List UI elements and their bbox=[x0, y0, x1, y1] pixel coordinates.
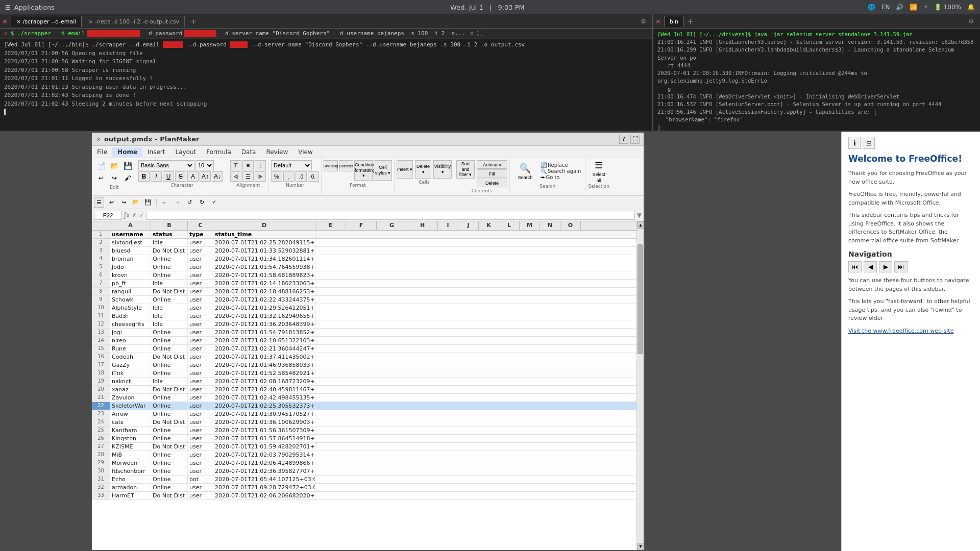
col-M[interactable]: M bbox=[520, 221, 540, 230]
font-name-select[interactable]: Basic Sans bbox=[138, 160, 194, 170]
cmd-maximize-icon[interactable]: ⛶ bbox=[477, 30, 482, 37]
search-again-link[interactable]: Search again bbox=[548, 168, 581, 174]
undo-btn[interactable]: ↩ bbox=[95, 172, 107, 184]
nav-first-btn[interactable]: ⏮ bbox=[848, 261, 862, 272]
new-tab2-btn[interactable]: + bbox=[684, 16, 697, 26]
table-row[interactable]: 24catsDo Not Distuser2020-07-01T21:01:36… bbox=[92, 418, 636, 427]
table-row[interactable]: 14nireoOnlineuser2020-07-01T21:02:10.651… bbox=[92, 337, 636, 345]
col-G[interactable]: G bbox=[377, 221, 407, 230]
table-row[interactable]: 32armadonOnlineuser2020-07-01T21:09:28.7… bbox=[92, 484, 636, 492]
table-row[interactable]: 29MorwoenOnlineuser2020-07-01T21:02:06.4… bbox=[92, 459, 636, 467]
replace-link[interactable]: Replace bbox=[548, 162, 568, 168]
toolbar2-undo2-btn[interactable]: ↩ bbox=[106, 197, 116, 208]
col-C[interactable]: C bbox=[188, 221, 213, 230]
table-row[interactable]: 27KZISMEDo Not Distuser2020-07-01T21:01:… bbox=[92, 443, 636, 451]
terminal-tab-active[interactable]: × /scrapper --d-email bbox=[11, 16, 82, 27]
font-color-btn[interactable]: A bbox=[187, 171, 199, 182]
italic-btn[interactable]: I bbox=[151, 171, 162, 182]
toolbar2-fwd-btn[interactable]: → bbox=[172, 197, 182, 208]
bold-btn[interactable]: B bbox=[138, 171, 150, 182]
scroll-down-btn[interactable]: ▼ bbox=[637, 543, 644, 550]
menu-data[interactable]: Data bbox=[236, 147, 261, 157]
table-row[interactable]: 23ArrowOnlineuser2020-07-01T21:01:30.945… bbox=[92, 410, 636, 418]
formula-cancel[interactable]: ✗ bbox=[132, 212, 137, 219]
table-row[interactable]: 15RuneOnlineuser2020-07-01T21:02:21.3604… bbox=[92, 345, 636, 353]
table-row[interactable]: 26KingstonOnlineuser2020-07-01T21:01:57.… bbox=[92, 435, 636, 443]
sidebar-grid-icon[interactable]: ⊞ bbox=[863, 137, 875, 149]
fill-btn[interactable]: Fill bbox=[477, 169, 507, 178]
nav-prev-btn[interactable]: ◀ bbox=[864, 261, 877, 272]
col-E[interactable]: E bbox=[315, 221, 346, 230]
table-row[interactable]: 8ranguliDo Not Distuser2020-07-01T21:02:… bbox=[92, 288, 636, 296]
toolbar2-r2-btn[interactable]: ↻ bbox=[197, 197, 207, 208]
table-row[interactable]: 1 username status type status_time bbox=[92, 231, 636, 239]
table-row[interactable]: 3bluesdDo Not Distuser2020-07-01T21:01:3… bbox=[92, 247, 636, 255]
table-row[interactable]: 10AlphaStyleIdleuser2020-07-01T21:01:29.… bbox=[92, 304, 636, 312]
thousands-btn[interactable]: , bbox=[283, 171, 295, 182]
strikethrough-btn[interactable]: S bbox=[175, 171, 186, 182]
nav-next-btn[interactable]: ▶ bbox=[879, 261, 892, 272]
table-row[interactable]: 12cheesegritsIdleuser2020-07-01T21:01:36… bbox=[92, 320, 636, 329]
cell-ref-input[interactable] bbox=[94, 211, 122, 220]
menu-formula[interactable]: Formula bbox=[201, 147, 236, 157]
underline-btn[interactable]: U bbox=[163, 171, 174, 182]
toolbar2-view-btn[interactable]: ☰ bbox=[94, 197, 104, 208]
conditional-btn[interactable]: Conditional formatting ▾ bbox=[354, 160, 373, 181]
cmd-settings-icon[interactable]: ⚙ bbox=[470, 30, 474, 37]
redo-btn[interactable]: ↪ bbox=[108, 172, 120, 184]
toolbar2-redo2-btn[interactable]: ↪ bbox=[118, 197, 129, 208]
cell-styles-btn[interactable]: Cell styles ▾ bbox=[374, 160, 392, 181]
terminal-close-btn[interactable]: × bbox=[2, 17, 8, 25]
freeoffice-link[interactable]: Visit the www.freeoffice.com web site bbox=[848, 328, 953, 334]
align-mid-btn[interactable]: ≡ bbox=[242, 160, 254, 170]
col-N[interactable]: N bbox=[540, 221, 560, 230]
ss-maximize-btn[interactable]: ⛶ bbox=[630, 135, 640, 144]
visibility-btn[interactable]: Visibility ▾ bbox=[433, 160, 452, 179]
formula-confirm[interactable]: ✓ bbox=[139, 212, 144, 219]
table-row[interactable]: 17GazZyOnlineuser2020-07-01T21:01:46.936… bbox=[92, 361, 636, 369]
col-I[interactable]: I bbox=[438, 221, 458, 230]
ss-help-btn[interactable]: ? bbox=[619, 135, 628, 144]
font-down-btn[interactable]: A↓ bbox=[212, 171, 223, 182]
col-D[interactable]: D bbox=[213, 221, 315, 230]
menu-layout[interactable]: Layout bbox=[170, 147, 201, 157]
terminal2-close-btn[interactable]: × bbox=[655, 17, 661, 25]
table-row[interactable]: 11Bad3rIdleuser2020-07-01T21:01:32.16294… bbox=[92, 312, 636, 320]
sidebar-info-icon[interactable]: ℹ bbox=[848, 137, 861, 149]
save-btn[interactable]: 💾 bbox=[121, 160, 134, 171]
scroll-up-btn[interactable]: ▲ bbox=[637, 221, 644, 229]
terminal2-tab-active[interactable]: bin bbox=[664, 16, 684, 27]
new-tab-btn[interactable]: + bbox=[187, 16, 200, 26]
ss-close-btn[interactable]: × bbox=[96, 136, 101, 143]
toolbar2-back-btn[interactable]: ← bbox=[160, 197, 170, 208]
toolbar2-open2-btn[interactable]: 📂 bbox=[131, 197, 141, 208]
new-btn[interactable]: 📄 bbox=[95, 160, 107, 171]
dec-down-btn[interactable]: 0. bbox=[308, 171, 319, 182]
table-row[interactable]: 25KanthamOnlineuser2020-07-01T21:01:56.3… bbox=[92, 427, 636, 435]
align-right-btn[interactable]: ⫸ bbox=[255, 171, 266, 182]
table-row[interactable]: 28MiBOnlineuser2020-07-01T21:02:03.79029… bbox=[92, 451, 636, 459]
menu-insert[interactable]: Insert bbox=[142, 147, 170, 157]
terminal-tab-2[interactable]: × -neps -s 100 -i 2 -o output.csv bbox=[83, 16, 185, 27]
search-big-btn[interactable]: 🔍 Search bbox=[514, 160, 536, 183]
col-O[interactable]: O bbox=[560, 221, 581, 230]
borders-btn[interactable]: Borders bbox=[339, 160, 353, 171]
ss-vertical-scrollbar[interactable]: ▲ ▼ bbox=[636, 221, 644, 550]
table-row[interactable]: 2sixtoodjestIdleuser2020-07-01T21:02:25.… bbox=[92, 239, 636, 247]
menu-file[interactable]: File bbox=[92, 147, 112, 157]
insert-btn[interactable]: Insert ▾ bbox=[397, 160, 413, 179]
number-style-select[interactable]: Default bbox=[271, 160, 312, 170]
percent-btn[interactable]: % bbox=[271, 171, 282, 182]
table-row[interactable]: 31EchoOnlinebot2020-07-01T21:05:44.10712… bbox=[92, 475, 636, 484]
align-center-btn[interactable]: ☰ bbox=[242, 171, 254, 182]
align-left-btn[interactable]: ⫷ bbox=[230, 171, 241, 182]
table-row[interactable]: 21ZavulonOnlineuser2020-07-01T21:02:42.4… bbox=[92, 394, 636, 402]
col-K[interactable]: K bbox=[479, 221, 499, 230]
col-H[interactable]: H bbox=[407, 221, 438, 230]
formula-input[interactable] bbox=[146, 211, 634, 220]
align-top-btn[interactable]: ⊤ bbox=[230, 160, 241, 170]
table-row[interactable]: 7pb_ftIdleuser2020-07-01T21:02:14.180233… bbox=[92, 280, 636, 288]
toolbar2-save2-btn[interactable]: 💾 bbox=[143, 197, 153, 208]
formula-collapse-btn[interactable]: ▼ bbox=[637, 212, 642, 219]
table-row[interactable]: 6krovnOnlineuser2020-07-01T21:01:58.6818… bbox=[92, 271, 636, 280]
